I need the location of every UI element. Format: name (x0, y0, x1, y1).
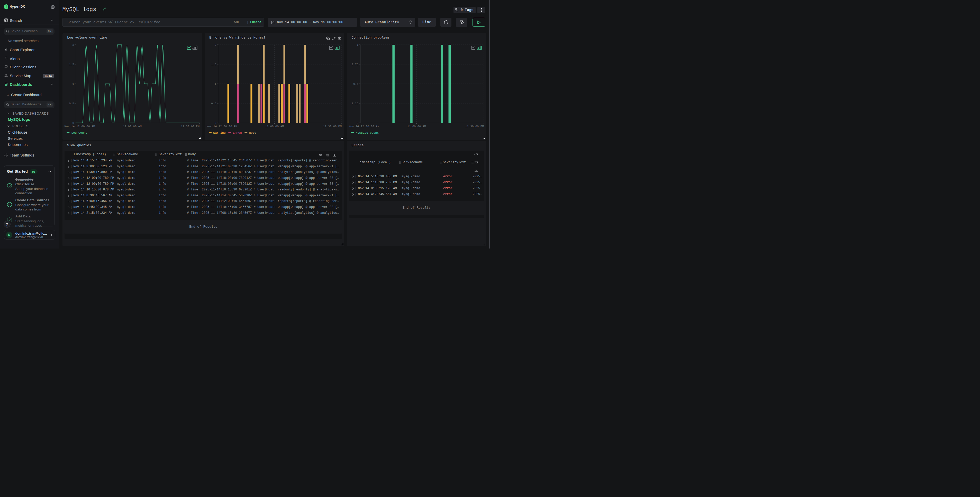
svg-text:11:30:00 PM: 11:30:00 PM (465, 125, 484, 128)
svg-text:0: 0 (215, 122, 216, 125)
svg-text:Message count: Message count (356, 131, 379, 134)
svg-text:11:00:00 AM: 11:00:00 AM (265, 125, 284, 128)
svg-text:1: 1 (72, 83, 74, 86)
svg-text:Nov 14 12:00:00 AM: Nov 14 12:00:00 AM (64, 125, 95, 128)
svg-text:1: 1 (356, 43, 358, 46)
svg-text:0.5: 0.5 (353, 83, 358, 86)
svg-text:Note: Note (249, 131, 256, 134)
svg-text:11:30:00 PM: 11:30:00 PM (181, 125, 199, 128)
svg-text:Warning: Warning (213, 131, 226, 134)
svg-text:0.75: 0.75 (352, 63, 358, 66)
svg-text:0.5: 0.5 (69, 102, 74, 105)
svg-text:Nov 14 12:00:00 AM: Nov 14 12:00:00 AM (207, 125, 237, 128)
svg-text:0: 0 (72, 122, 74, 125)
svg-text:0: 0 (356, 122, 358, 125)
svg-text:2: 2 (72, 43, 74, 46)
svg-text:Nov 14 12:00:00 AM: Nov 14 12:00:00 AM (348, 125, 379, 128)
svg-text:11:00:00 AM: 11:00:00 AM (123, 125, 142, 128)
svg-text:1.5: 1.5 (211, 63, 216, 66)
svg-text:11:00:00 AM: 11:00:00 AM (407, 125, 426, 128)
svg-text:0.5: 0.5 (211, 102, 216, 105)
svg-text:2: 2 (215, 43, 216, 46)
svg-text:Log Count: Log Count (71, 131, 87, 134)
svg-text:1: 1 (215, 83, 216, 86)
svg-text:ERROR: ERROR (233, 131, 242, 134)
svg-text:0.25: 0.25 (352, 102, 358, 105)
svg-text:1.5: 1.5 (69, 63, 74, 66)
svg-text:11:30:00 PM: 11:30:00 PM (323, 125, 342, 128)
